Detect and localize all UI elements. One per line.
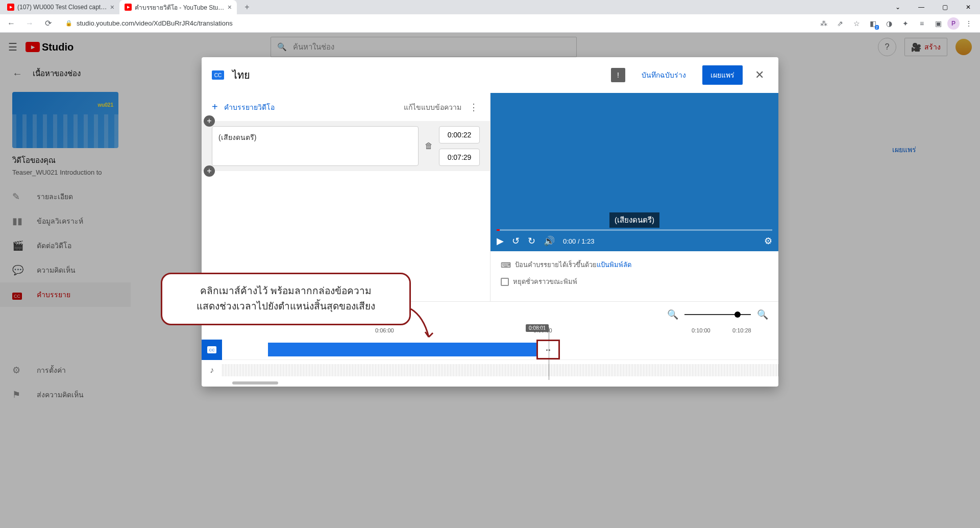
subtitle-icon: CC [212, 70, 224, 80]
play-button[interactable]: ▶ [497, 235, 504, 247]
window-controls: ⌄ — ▢ ✕ [886, 0, 980, 14]
forward-button[interactable]: → [22, 16, 37, 31]
close-icon[interactable]: ✕ [751, 68, 768, 82]
delete-icon[interactable]: 🗑 [425, 141, 433, 151]
zoom-out-icon[interactable]: 🔍 [667, 309, 678, 320]
chevron-down-icon[interactable]: ⌄ [886, 0, 910, 14]
lock-icon: 🔒 [65, 20, 72, 27]
address-bar: ← → ⟳ 🔒 studio.youtube.com/video/XdDBuRr… [0, 14, 980, 33]
more-options-icon[interactable]: ⋮ [468, 102, 480, 113]
insert-caption-below[interactable]: + [204, 165, 215, 177]
caption-block[interactable] [268, 343, 537, 356]
back-button[interactable]: ← [4, 16, 18, 31]
modal-title: ไทย [232, 67, 603, 83]
caption-preview: (เสียงดนตรี) [609, 212, 659, 228]
share-icon[interactable]: ⇗ [833, 16, 847, 31]
save-draft-button[interactable]: บันทึกฉบับร่าง [633, 69, 694, 81]
youtube-favicon [7, 4, 14, 11]
minimize-icon[interactable]: — [910, 0, 933, 14]
bookmark-icon[interactable]: ☆ [849, 16, 864, 31]
tip-pause[interactable]: หยุดชั่วคราวขณะพิมพ์ [501, 276, 768, 287]
timeline-ruler[interactable]: 0:08:01 0:06:00 0:08:00 0:10:00 0:10:28 [202, 327, 778, 340]
music-note-icon: ♪ [202, 366, 222, 375]
rewind-button[interactable]: ↺ [512, 235, 520, 247]
shortcuts-link[interactable]: แป้นพิมพ์ลัด [597, 261, 631, 269]
settings-icon[interactable]: ⚙ [764, 235, 772, 247]
reload-button[interactable]: ⟳ [41, 16, 55, 31]
keyboard-icon: ⌨ [501, 261, 511, 269]
annotation-arrow [408, 306, 439, 347]
close-window-icon[interactable]: ✕ [957, 0, 980, 14]
browser-tab-bar: (107) WU000 Test Closed caption × คำบรรย… [0, 0, 980, 14]
modal-overlay: CC ไทย ! บันทึกฉบับร่าง เผยแพร่ ✕ + คำบร… [0, 33, 980, 528]
youtube-favicon [125, 4, 132, 11]
reading-list-icon[interactable]: ≡ [915, 16, 929, 31]
volume-button[interactable]: 🔊 [544, 235, 555, 247]
extension-icon[interactable]: ◧2 [866, 16, 880, 31]
drag-handle[interactable]: ↔ [536, 340, 560, 359]
caption-track-icon: CC [202, 340, 222, 360]
tip-shortcuts: ⌨ ป้อนคำบรรยายได้เร็วขึ้นด้วยแป้นพิมพ์ลั… [501, 259, 768, 270]
feedback-icon[interactable]: ! [611, 68, 625, 82]
player-time: 0:00 / 1:23 [563, 237, 594, 245]
plus-icon: + [212, 101, 218, 113]
waveform [222, 364, 778, 376]
caption-text-input[interactable]: (เสียงดนตรี) [212, 126, 419, 166]
browser-tab-1[interactable]: (107) WU000 Test Closed caption × [2, 0, 119, 14]
insert-caption-above[interactable]: + [204, 115, 215, 127]
subtitle-editor-modal: CC ไทย ! บันทึกฉบับร่าง เผยแพร่ ✕ + คำบร… [202, 57, 778, 387]
caption-track[interactable]: CC ↔ [202, 340, 778, 360]
caption-row: + + (เสียงดนตรี) 🗑 0:00:22 0:07:29 [202, 121, 490, 171]
browser-tab-2[interactable]: คำบรรยายวิดีโอ - YouTube Studio × [119, 0, 237, 14]
tab-close-icon[interactable]: × [110, 3, 114, 11]
maximize-icon[interactable]: ▢ [933, 0, 957, 14]
annotation-callout: คลิกเมาส์ค้างไว้ พร้อมลากกล่องข้อความ แส… [161, 273, 411, 325]
audio-track[interactable]: ♪ [202, 360, 778, 380]
sidepanel-icon[interactable]: ▣ [931, 16, 945, 31]
new-tab-button[interactable]: + [241, 1, 253, 13]
translate-icon[interactable]: ⁂ [817, 16, 831, 31]
profile-avatar[interactable]: P [947, 17, 960, 30]
checkbox-icon[interactable] [501, 278, 509, 286]
end-time-input[interactable]: 0:07:29 [439, 149, 480, 166]
start-time-input[interactable]: 0:00:22 [439, 126, 480, 143]
tab-close-icon[interactable]: × [228, 3, 232, 11]
add-caption-button[interactable]: + คำบรรยายวิดีโอ [212, 101, 275, 113]
video-player[interactable]: (เสียงดนตรี) ▶ ↺ ↻ 🔊 0:00 / 1:23 ⚙ [491, 93, 778, 251]
puzzle-icon[interactable]: ✦ [898, 16, 913, 31]
zoom-slider[interactable] [684, 314, 751, 315]
timeline-scrollbar[interactable] [202, 380, 778, 387]
edit-as-text-button[interactable]: แก้ไขแบบข้อความ [404, 102, 461, 113]
extension-icon[interactable]: ◑ [882, 16, 896, 31]
zoom-in-icon[interactable]: 🔍 [757, 309, 768, 320]
forward-button[interactable]: ↻ [528, 235, 535, 247]
menu-icon[interactable]: ⋮ [962, 16, 976, 31]
publish-button[interactable]: เผยแพร่ [702, 65, 743, 85]
url-input[interactable]: 🔒 studio.youtube.com/video/XdDBuRrJR4c/t… [59, 16, 813, 31]
